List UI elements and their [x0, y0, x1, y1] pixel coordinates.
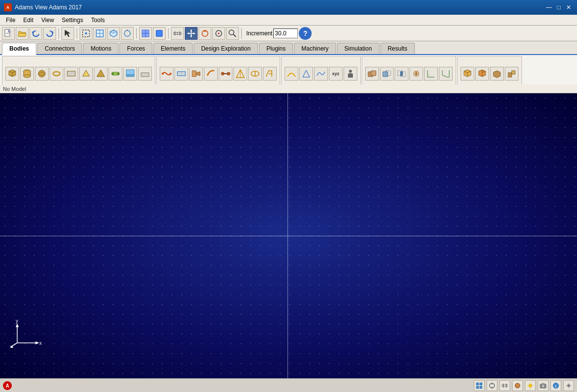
svg-line-69 [306, 70, 310, 77]
increment-input[interactable] [273, 28, 298, 38]
feature-part-icon[interactable] [475, 67, 489, 81]
solid-cone-icon[interactable] [94, 67, 108, 81]
help-button[interactable]: ? [299, 27, 312, 40]
minimize-button[interactable]: — [545, 3, 553, 12]
flex-icon-8[interactable] [263, 67, 277, 81]
new-button[interactable] [2, 27, 15, 40]
flex-icon-2[interactable] [174, 67, 188, 81]
menu-tools[interactable]: Tools [87, 16, 109, 25]
solid-cylinder-icon[interactable] [20, 67, 34, 81]
svg-point-99 [529, 384, 532, 387]
construction-lines-icon[interactable] [299, 67, 313, 81]
flex-icon-6[interactable] [233, 67, 247, 81]
title-bar-controls: — □ ✕ [545, 3, 573, 12]
solid-sphere-icon[interactable] [35, 67, 49, 81]
menu-view[interactable]: View [37, 16, 58, 25]
tab-bodies[interactable]: Bodies [2, 43, 36, 55]
circle-center-button[interactable] [212, 27, 225, 40]
front-view-button[interactable] [93, 27, 106, 40]
solid-box-icon[interactable] [5, 67, 19, 81]
viewport[interactable]: y x z [0, 93, 577, 378]
part-button[interactable] [153, 27, 166, 40]
tab-motions[interactable]: Motions [83, 43, 118, 54]
tab-elements[interactable]: Elements [153, 43, 193, 54]
construction-arc-icon[interactable] [285, 67, 298, 81]
boolean-fillet-icon[interactable] [424, 67, 438, 81]
tab-machinery[interactable]: Machinery [294, 43, 336, 54]
flex-icon-1[interactable] [160, 67, 173, 81]
svg-rect-59 [192, 71, 196, 77]
boolean-union-icon[interactable] [365, 67, 379, 81]
flex-icon-5[interactable] [219, 67, 232, 81]
svg-point-13 [124, 30, 130, 36]
select-button[interactable] [61, 27, 74, 40]
flex-icon-7[interactable] [248, 67, 262, 81]
move-button[interactable] [185, 27, 198, 40]
measure2-icon[interactable] [499, 380, 510, 391]
boolean-chain-icon[interactable] [409, 67, 423, 81]
open-button[interactable] [16, 27, 29, 40]
boolean-subtract-icon[interactable] [380, 67, 394, 81]
boolean-intersect-icon[interactable] [395, 67, 408, 81]
svg-rect-95 [502, 385, 508, 387]
settings2-icon[interactable] [563, 380, 574, 391]
svg-point-61 [227, 72, 230, 75]
assembly-button[interactable] [139, 27, 152, 40]
close-button[interactable]: ✕ [564, 3, 573, 12]
svg-rect-76 [401, 72, 403, 76]
solid-link-icon[interactable] [109, 67, 122, 81]
menu-settings[interactable]: Settings [58, 16, 87, 25]
flex-icon-3[interactable] [189, 67, 203, 81]
feature-compound-icon[interactable] [505, 67, 519, 81]
construction-person-icon[interactable] [344, 67, 357, 81]
tab-results[interactable]: Results [380, 43, 415, 54]
tab-bar: Bodies Connectors Motions Forces Element… [0, 41, 577, 55]
box-select-button[interactable] [80, 27, 92, 40]
measure-button[interactable] [171, 27, 184, 40]
solid-special-icon[interactable] [138, 67, 152, 81]
title-bar-left: A Adams View Adams 2017 [4, 3, 82, 11]
magnify-button[interactable] [226, 27, 239, 40]
svg-marker-47 [97, 70, 105, 77]
tab-design-exploration[interactable]: Design Exploration [194, 43, 258, 54]
svg-rect-77 [508, 73, 512, 77]
solid-plate-icon[interactable] [123, 67, 137, 81]
grid-icon[interactable] [474, 380, 485, 391]
rotate-part-button[interactable] [199, 27, 211, 40]
svg-point-71 [349, 70, 352, 73]
undo-button[interactable] [29, 27, 42, 40]
svg-rect-19 [145, 33, 149, 37]
boolean-chamfer-icon[interactable] [439, 67, 453, 81]
camera-icon[interactable] [538, 380, 548, 391]
material-icon[interactable] [512, 380, 523, 391]
construction-xyz-icon[interactable]: xyz [329, 67, 343, 81]
transform-button[interactable] [121, 27, 134, 40]
tab-plugins[interactable]: Plugins [259, 43, 293, 54]
solid-plane-icon[interactable] [64, 67, 78, 81]
tab-simulation[interactable]: Simulation [337, 43, 379, 54]
solid-torus-icon[interactable] [50, 67, 63, 81]
toolbar-sep-3 [136, 28, 137, 39]
menu-file[interactable]: File [2, 16, 19, 25]
redo-button[interactable] [43, 27, 56, 40]
feature-solid-icon[interactable] [490, 67, 504, 81]
menu-edit[interactable]: Edit [19, 16, 37, 25]
info-icon[interactable]: i [550, 380, 561, 391]
solid-extrude-icon[interactable] [79, 67, 93, 81]
construction-spline-icon[interactable] [314, 67, 328, 81]
tab-forces[interactable]: Forces [119, 43, 152, 54]
svg-point-109 [568, 384, 570, 387]
menu-bar: File Edit View Settings Tools [0, 15, 577, 26]
svg-rect-51 [126, 70, 134, 75]
tab-connectors[interactable]: Connectors [37, 43, 82, 54]
snap-icon[interactable] [487, 380, 497, 391]
flex-icon-4[interactable] [204, 67, 218, 81]
maximize-button[interactable]: □ [554, 3, 563, 12]
iso-view-button[interactable] [107, 27, 120, 40]
svg-text:z: z [10, 344, 12, 348]
svg-rect-88 [476, 383, 479, 385]
svg-point-50 [117, 73, 119, 75]
svg-point-98 [515, 383, 520, 388]
feature-box-icon[interactable] [461, 67, 474, 81]
light-icon[interactable] [525, 380, 536, 391]
